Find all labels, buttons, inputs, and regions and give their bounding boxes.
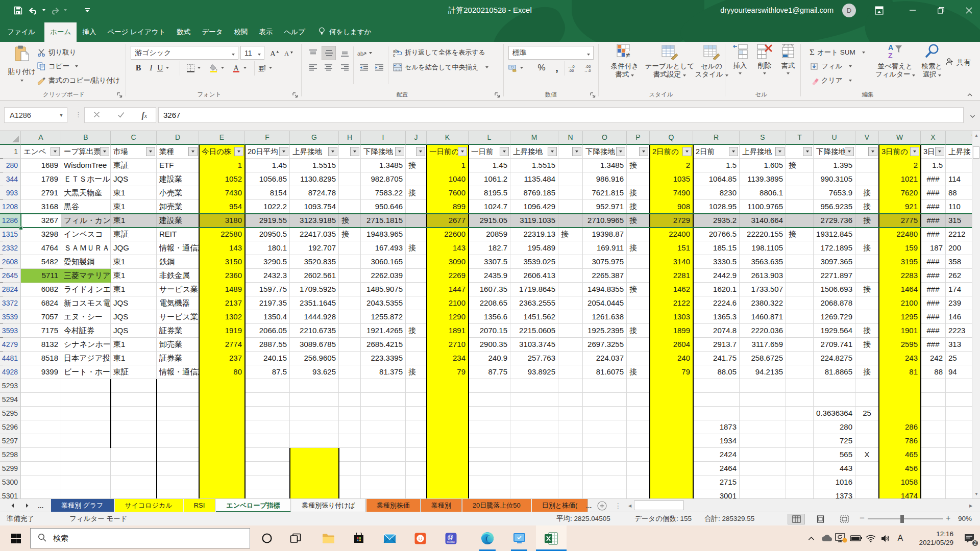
align-bottom-button[interactable] — [338, 47, 351, 59]
cell-G4928[interactable]: 93.625 — [290, 365, 339, 379]
sheet-nav-left[interactable] — [10, 499, 15, 512]
horizontal-scroll-thumb[interactable] — [634, 500, 684, 510]
cell-R344[interactable]: 1064.85 — [693, 172, 740, 186]
row-header-5294[interactable]: 5294 — [0, 393, 21, 407]
cell-H4481[interactable] — [339, 352, 361, 365]
cell-G3593[interactable]: 2210.6735 — [290, 324, 339, 338]
cell-E280[interactable]: 1 — [199, 159, 245, 172]
cell-K5298[interactable] — [427, 448, 469, 462]
cell-X344[interactable]: ### — [921, 172, 946, 186]
cell-D2824[interactable]: サービス業 — [157, 283, 199, 296]
select-all-corner[interactable] — [0, 131, 21, 145]
cell-W5293[interactable] — [879, 379, 921, 393]
cell-D5296[interactable] — [157, 420, 199, 434]
cell-Q4481[interactable]: 240 — [650, 352, 693, 365]
cell-T2824[interactable] — [786, 283, 814, 296]
cell-D2332[interactable]: 情報・通信業 — [157, 241, 199, 255]
cell-U1208[interactable]: 956.9235 — [814, 200, 855, 214]
cell-H5298[interactable] — [339, 448, 361, 462]
cell-G993[interactable]: 8724.78 — [290, 186, 339, 200]
cell-O5297[interactable] — [583, 434, 627, 448]
cell-Y2645[interactable]: 262 — [946, 269, 972, 283]
cell-E2645[interactable]: 2360 — [199, 269, 245, 283]
cell-B4279[interactable]: シナネンホールディングス — [61, 338, 111, 352]
cell-A5296[interactable] — [21, 420, 61, 434]
cell-R3372[interactable]: 2224.6 — [693, 296, 740, 310]
row-header-5301[interactable]: 5301 — [0, 489, 21, 498]
column-header-F[interactable]: F — [245, 131, 290, 145]
cell-H344[interactable] — [339, 172, 361, 186]
cell-C4928[interactable]: 東証 — [111, 365, 157, 379]
cell-W5300[interactable]: 1058 — [879, 475, 921, 489]
cell-X3372[interactable]: ### — [921, 296, 946, 310]
filter-button-F[interactable] — [279, 147, 288, 156]
sheet-tab-3[interactable]: RSI — [184, 499, 216, 512]
cell-V1208[interactable]: 接 — [855, 200, 879, 214]
page-layout-view-button[interactable] — [812, 514, 829, 524]
cell-T1208[interactable] — [786, 200, 814, 214]
cell-C5294[interactable] — [111, 393, 157, 407]
page-break-view-button[interactable] — [836, 514, 853, 524]
cell-B3539[interactable]: エヌ・シー — [61, 310, 111, 324]
filter-button-B[interactable] — [100, 147, 109, 156]
cell-J5297[interactable] — [406, 434, 427, 448]
cell-A3593[interactable]: 7175 — [21, 324, 61, 338]
cell-K1208[interactable]: 899 — [427, 200, 469, 214]
cell-U344[interactable]: 990.3105 — [814, 172, 855, 186]
cell-T5301[interactable] — [786, 489, 814, 498]
cell-I4279[interactable]: 2685.4215 — [361, 338, 406, 352]
cell-B1[interactable]: ープ算出票 — [61, 145, 111, 159]
file-explorer-button[interactable] — [316, 525, 340, 551]
cell-H280[interactable] — [339, 159, 361, 172]
sheet-tab-4[interactable]: エンベロープ指標 — [216, 499, 291, 512]
tab-help[interactable]: ヘルプ — [279, 22, 311, 42]
row-header-3539[interactable]: 3539 — [0, 310, 21, 324]
cell-B5296[interactable] — [61, 420, 111, 434]
align-left-button[interactable] — [306, 62, 320, 74]
cell-P2608[interactable] — [627, 255, 650, 269]
cell-C1[interactable]: 市場 — [111, 145, 157, 159]
cell-N5297[interactable] — [558, 434, 583, 448]
cell-H3593[interactable] — [339, 324, 361, 338]
normal-view-button[interactable] — [788, 514, 805, 524]
orientation-button[interactable]: ab — [357, 47, 379, 59]
cell-H5299[interactable] — [339, 462, 361, 475]
name-box[interactable]: A1286▼ — [4, 107, 67, 123]
sheet-tab-9[interactable]: 日別と株価( — [532, 499, 589, 512]
cell-F5299[interactable] — [245, 462, 290, 475]
cell-W4928[interactable]: 81 — [879, 365, 921, 379]
cell-I1[interactable]: 下降接地 — [361, 145, 406, 159]
cell-Y4279[interactable]: 313 — [946, 338, 972, 352]
cell-B5301[interactable] — [61, 489, 111, 498]
cell-O1208[interactable]: 952.971 — [583, 200, 627, 214]
cell-S4928[interactable]: 94.2135 — [740, 365, 786, 379]
mail-button[interactable] — [378, 525, 401, 551]
cell-G1286[interactable]: 3123.9185 — [290, 214, 339, 228]
cell-W5295[interactable] — [879, 407, 921, 420]
accounting-format-button[interactable] — [508, 62, 530, 74]
cell-Y5301[interactable] — [946, 489, 972, 498]
cell-H2332[interactable] — [339, 241, 361, 255]
cell-I3539[interactable]: 1255.872 — [361, 310, 406, 324]
cell-F344[interactable]: 1056.85 — [245, 172, 290, 186]
insert-cells-button[interactable]: 挿入 — [729, 43, 751, 74]
filter-button-K[interactable] — [458, 147, 467, 156]
cell-K2332[interactable]: 143 — [427, 241, 469, 255]
cell-L5298[interactable] — [469, 448, 510, 462]
cell-A2645[interactable]: 5711 — [21, 269, 61, 283]
column-header-G[interactable]: G — [290, 131, 339, 145]
cell-U5295[interactable]: 0.3636364 — [814, 407, 855, 420]
cell-W1286[interactable]: 2775 — [879, 214, 921, 228]
cell-I5299[interactable] — [361, 462, 406, 475]
cell-L4481[interactable]: 240.9 — [469, 352, 510, 365]
cell-J1286[interactable] — [406, 214, 427, 228]
scroll-down-arrow[interactable]: ▼ — [972, 490, 980, 498]
cell-T5298[interactable] — [786, 448, 814, 462]
filter-button-C[interactable] — [146, 147, 155, 156]
row-header-2332[interactable]: 2332 — [0, 241, 21, 255]
cell-J5294[interactable] — [406, 393, 427, 407]
cell-C5296[interactable] — [111, 420, 157, 434]
cell-I2824[interactable]: 1485.9075 — [361, 283, 406, 296]
decrease-decimal-button[interactable]: .00→.0 — [583, 62, 598, 74]
autosum-button[interactable]: Σオート SUM — [810, 46, 865, 59]
